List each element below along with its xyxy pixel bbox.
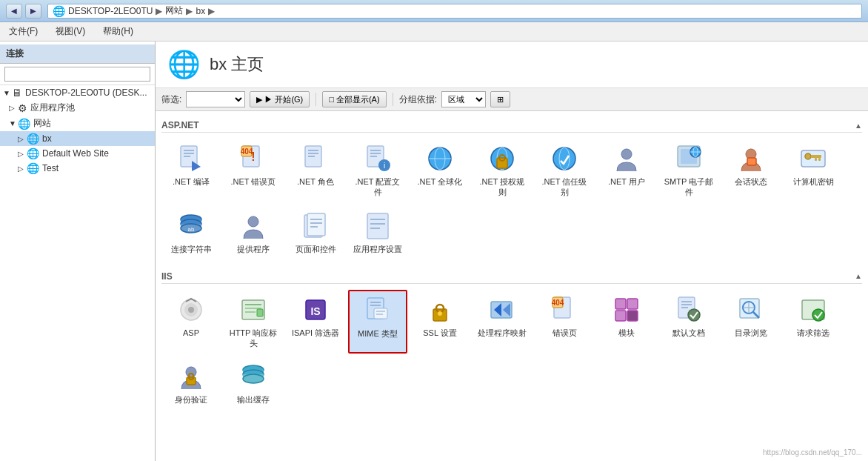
net-auth-rule-label: .NET 授权规则 bbox=[476, 176, 528, 198]
iis-section-label: IIS bbox=[161, 271, 173, 282]
default-doc-icon bbox=[674, 295, 704, 325]
tree-item-test[interactable]: ▷ 🌐 Test bbox=[0, 161, 155, 176]
showall-label: 全部显示(A) bbox=[336, 94, 380, 105]
content-area: 🌐 bx 主页 筛选: ▶ ▶ 开始(G) □ 全部显示(A) 分组依据: 区域 bbox=[156, 42, 868, 461]
website-icon: 🌐 bbox=[18, 118, 30, 130]
session-icon bbox=[736, 144, 766, 173]
request-filter-icon bbox=[798, 295, 828, 325]
icon-smtp[interactable]: SMTP 电子邮件 bbox=[659, 139, 718, 203]
svg-rect-83 bbox=[627, 299, 638, 309]
icon-net-trust[interactable]: .NET 信任级别 bbox=[535, 139, 594, 203]
asp-icon bbox=[176, 295, 206, 325]
iis-collapse-btn[interactable]: ▲ bbox=[855, 272, 862, 280]
connstring-label: 连接字符串 bbox=[171, 244, 212, 254]
tree-item-website[interactable]: ▼ 🌐 网站 bbox=[0, 116, 155, 131]
auth-label: 身份验证 bbox=[175, 394, 207, 405]
svg-point-37 bbox=[805, 153, 811, 159]
desktop-icon: 🖥 bbox=[12, 87, 22, 99]
icon-net-role[interactable]: .NET 角色 bbox=[286, 139, 345, 203]
connstring-icon: ab bbox=[176, 211, 206, 241]
icon-net-global[interactable]: .NET 全球化 bbox=[410, 139, 470, 203]
tree-arrow: ▷ bbox=[18, 135, 27, 143]
output-cache-icon bbox=[238, 362, 268, 391]
start-button[interactable]: ▶ ▶ 开始(G) bbox=[250, 91, 310, 107]
svg-rect-49 bbox=[307, 213, 325, 236]
svg-point-97 bbox=[812, 309, 824, 321]
icon-output-cache[interactable]: 输出缓存 bbox=[224, 356, 283, 410]
tree-item-defaultweb[interactable]: ▷ 🌐 Default Web Site bbox=[0, 146, 155, 161]
aspnet-collapse-btn[interactable]: ▲ bbox=[855, 122, 862, 130]
icon-http-response[interactable]: HTTP 响应标头 bbox=[224, 290, 283, 354]
filter-select[interactable] bbox=[186, 91, 245, 107]
menu-file[interactable]: 文件(F) bbox=[6, 24, 41, 39]
icon-default-doc[interactable]: 默认文档 bbox=[659, 290, 718, 354]
filter-label: 筛选: bbox=[161, 93, 181, 106]
icon-net-compile[interactable]: .NET 编译 bbox=[161, 139, 221, 203]
menu-view[interactable]: 视图(V) bbox=[53, 24, 88, 39]
net-user-icon bbox=[612, 144, 641, 173]
icon-pages[interactable]: 页面和控件 bbox=[286, 206, 345, 259]
icon-net-auth-rule[interactable]: .NET 授权规则 bbox=[473, 139, 532, 203]
icon-handler[interactable]: 处理程序映射 bbox=[473, 290, 532, 354]
page-main-icon: 🌐 bbox=[167, 49, 201, 80]
svg-rect-36 bbox=[801, 150, 825, 167]
http-response-label: HTTP 响应标头 bbox=[227, 328, 279, 349]
address-part3: bx bbox=[196, 6, 205, 16]
svg-rect-70 bbox=[374, 308, 387, 319]
showall-icon: □ bbox=[329, 95, 334, 104]
toolbar-separator bbox=[316, 93, 316, 106]
svg-point-98 bbox=[186, 367, 196, 377]
icon-net-error[interactable]: ! 404 .NET 错误页 bbox=[224, 139, 283, 203]
icon-isapi[interactable]: IS ISAPI 筛选器 bbox=[286, 290, 345, 354]
back-button[interactable]: ◀ bbox=[6, 4, 22, 19]
module-icon bbox=[612, 295, 641, 325]
showall-button[interactable]: □ 全部显示(A) bbox=[322, 91, 386, 107]
handler-label: 处理程序映射 bbox=[478, 328, 527, 338]
view-button[interactable]: ⊞ bbox=[490, 91, 510, 107]
svg-point-90 bbox=[688, 309, 700, 321]
errorpage-icon: 404 bbox=[550, 295, 579, 325]
icon-errorpage[interactable]: 404 错误页 bbox=[535, 290, 594, 354]
svg-rect-99 bbox=[187, 377, 196, 385]
aspnet-icons-grid: .NET 编译 ! 404 .NET 错误页 bbox=[161, 139, 862, 259]
icon-net-config[interactable]: i .NET 配置文件 bbox=[348, 139, 407, 203]
svg-rect-24 bbox=[497, 158, 507, 168]
icon-machinekey[interactable]: 计算机密钥 bbox=[784, 139, 843, 203]
appsettings-icon bbox=[363, 211, 393, 241]
search-input[interactable] bbox=[4, 67, 150, 82]
icon-net-user[interactable]: .NET 用户 bbox=[597, 139, 656, 203]
svg-text:ab: ab bbox=[188, 226, 195, 233]
icon-asp[interactable]: ASP bbox=[161, 290, 221, 354]
icon-provider[interactable]: 提供程序 bbox=[224, 206, 283, 259]
net-compile-label: .NET 编译 bbox=[173, 176, 210, 187]
smtp-label: SMTP 电子邮件 bbox=[663, 176, 715, 198]
provider-icon bbox=[238, 211, 268, 241]
address-bar: 🌐 DESKTOP-2LEO0TU ▶ 网站 ▶ bx ▶ bbox=[47, 4, 862, 19]
sidebar-header: 连接 bbox=[0, 44, 155, 64]
net-config-icon: i bbox=[363, 144, 393, 173]
groupby-label: 分组依据: bbox=[399, 93, 437, 106]
module-label: 模块 bbox=[618, 328, 635, 338]
icon-connstring[interactable]: ab 连接字符串 bbox=[161, 206, 221, 259]
net-global-icon bbox=[425, 144, 455, 173]
icon-auth[interactable]: 身份验证 bbox=[161, 356, 221, 410]
icon-request-filter[interactable]: 请求筛选 bbox=[784, 290, 843, 354]
forward-button[interactable]: ▶ bbox=[25, 4, 41, 19]
tree-item-bx[interactable]: ▷ 🌐 bx bbox=[0, 131, 155, 146]
asp-label: ASP bbox=[183, 328, 199, 338]
icon-module[interactable]: 模块 bbox=[597, 290, 656, 354]
tree-item-apppool[interactable]: ▷ ⚙ 应用程序池 bbox=[0, 100, 155, 116]
mime-icon bbox=[363, 296, 393, 325]
groupby-select[interactable]: 区域 bbox=[441, 91, 486, 107]
icon-appsettings[interactable]: 应用程序设置 bbox=[348, 206, 407, 259]
icon-mime[interactable]: MIME 类型 bbox=[348, 290, 407, 354]
tree-item-desktop[interactable]: ▼ 🖥 DESKTOP-2LEO0TU (DESK... bbox=[0, 85, 155, 100]
pages-label: 页面和控件 bbox=[296, 244, 336, 254]
ssl-label: SSL 设置 bbox=[423, 328, 456, 338]
menu-help[interactable]: 帮助(H) bbox=[100, 24, 136, 39]
icon-ssl[interactable]: SSL 设置 bbox=[410, 290, 470, 354]
menu-bar: 文件(F) 视图(V) 帮助(H) bbox=[0, 22, 868, 42]
icon-session[interactable]: 会话状态 bbox=[721, 139, 781, 203]
tree-label-test: Test bbox=[42, 163, 59, 173]
icon-browse[interactable]: 目录浏览 bbox=[721, 290, 781, 354]
